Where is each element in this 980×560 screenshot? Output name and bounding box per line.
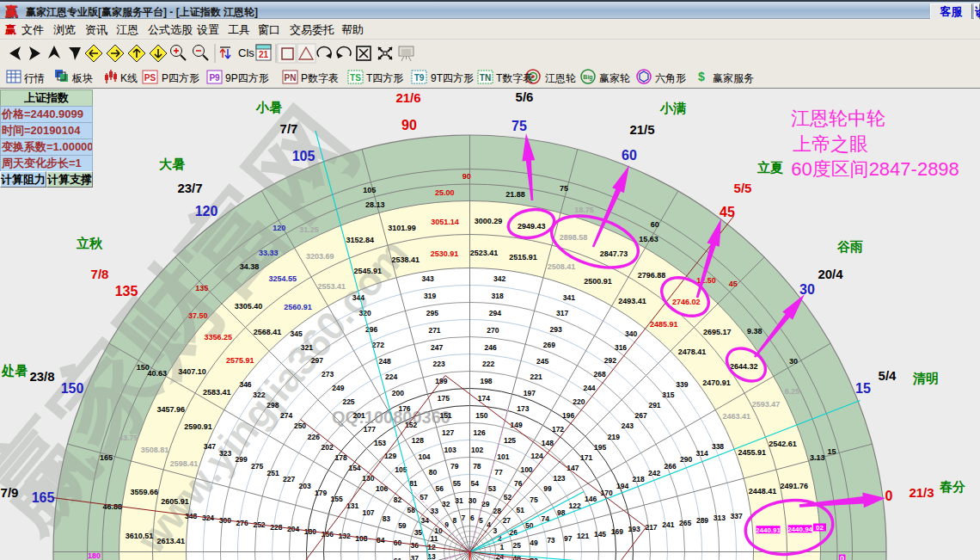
svg-text:60: 60 xyxy=(622,148,637,163)
svg-text:97: 97 xyxy=(564,534,573,543)
svg-text:90: 90 xyxy=(401,118,417,132)
svg-text:2598.41: 2598.41 xyxy=(170,459,199,468)
svg-text:290: 290 xyxy=(680,455,692,464)
svg-text:5/4: 5/4 xyxy=(879,368,897,383)
svg-text:40.63: 40.63 xyxy=(147,369,167,378)
svg-text:197: 197 xyxy=(524,389,536,397)
svg-text:8: 8 xyxy=(452,516,456,525)
svg-text:73: 73 xyxy=(547,536,555,545)
svg-text:274: 274 xyxy=(280,411,292,420)
svg-text:3559.66: 3559.66 xyxy=(131,488,159,496)
svg-text:223: 223 xyxy=(433,360,445,368)
svg-text:298: 298 xyxy=(266,401,279,409)
svg-text:15: 15 xyxy=(855,381,871,396)
svg-text:TS: TS xyxy=(350,73,361,83)
svg-text:148: 148 xyxy=(542,439,554,447)
svg-text:2530.91: 2530.91 xyxy=(431,249,459,258)
svg-text:6.25: 6.25 xyxy=(785,387,800,396)
svg-text:Cls: Cls xyxy=(238,46,254,59)
svg-text:2485.91: 2485.91 xyxy=(650,320,678,329)
svg-text:Big: Big xyxy=(583,74,592,81)
svg-text:221: 221 xyxy=(530,372,542,381)
svg-text:2440.91: 2440.91 xyxy=(756,526,781,534)
svg-text:2949.43: 2949.43 xyxy=(518,222,546,231)
svg-text:103: 103 xyxy=(444,446,456,454)
svg-text:PS: PS xyxy=(144,73,156,83)
svg-text:242: 242 xyxy=(648,469,660,477)
svg-text:77: 77 xyxy=(494,468,503,477)
svg-text:173: 173 xyxy=(517,404,529,413)
svg-text:2478.41: 2478.41 xyxy=(678,348,707,356)
svg-text:165: 165 xyxy=(32,490,55,505)
svg-text:248: 248 xyxy=(379,357,391,366)
svg-text:120: 120 xyxy=(273,224,285,232)
svg-text:9.38: 9.38 xyxy=(747,327,763,335)
svg-text:小暑: 小暑 xyxy=(255,100,282,114)
svg-text:318: 318 xyxy=(492,292,504,300)
svg-text:7/9: 7/9 xyxy=(1,485,19,500)
svg-text:清明: 清明 xyxy=(912,371,939,385)
svg-text:150: 150 xyxy=(137,363,150,372)
svg-text:QQ:100800360: QQ:100800360 xyxy=(332,408,450,427)
svg-text:2463.41: 2463.41 xyxy=(723,412,751,421)
svg-text:196: 196 xyxy=(562,411,574,420)
svg-text:6: 6 xyxy=(470,514,475,522)
svg-text:0: 0 xyxy=(840,554,844,560)
svg-text:104: 104 xyxy=(418,452,430,461)
svg-text:3254.55: 3254.55 xyxy=(268,274,297,283)
svg-text:21.88: 21.88 xyxy=(505,190,525,199)
svg-text:224: 224 xyxy=(385,372,397,381)
svg-text:294: 294 xyxy=(489,309,501,317)
svg-text:5/5: 5/5 xyxy=(734,181,752,195)
svg-text:2515.91: 2515.91 xyxy=(509,253,537,262)
svg-text:165: 165 xyxy=(100,453,113,462)
svg-text:149: 149 xyxy=(511,421,523,429)
svg-text:23/7: 23/7 xyxy=(177,181,202,195)
svg-text:60: 60 xyxy=(651,220,659,229)
svg-text:9: 9 xyxy=(444,520,449,529)
svg-text:3051.14: 3051.14 xyxy=(431,218,459,226)
svg-text:02: 02 xyxy=(816,524,824,532)
svg-text:2613.41: 2613.41 xyxy=(156,537,185,545)
svg-text:201: 201 xyxy=(353,411,365,420)
svg-text:147: 147 xyxy=(567,464,579,472)
svg-text:291: 291 xyxy=(648,401,660,409)
svg-text:2898.58: 2898.58 xyxy=(560,233,588,242)
svg-text:21: 21 xyxy=(259,50,269,59)
svg-text:2583.41: 2583.41 xyxy=(203,388,231,397)
svg-text:127: 127 xyxy=(442,428,454,437)
svg-text:193: 193 xyxy=(628,525,640,533)
svg-text:323: 323 xyxy=(219,449,231,458)
svg-text:78: 78 xyxy=(473,462,481,471)
svg-text:265: 265 xyxy=(679,519,691,527)
svg-text:150: 150 xyxy=(475,411,487,420)
svg-text:269: 269 xyxy=(543,341,555,349)
svg-text:227: 227 xyxy=(283,475,295,483)
svg-text:55: 55 xyxy=(453,479,462,488)
svg-text:31: 31 xyxy=(455,496,463,505)
svg-text:TN: TN xyxy=(480,73,491,83)
svg-text:340: 340 xyxy=(625,329,637,338)
svg-text:219: 219 xyxy=(608,433,620,441)
svg-text:2560.91: 2560.91 xyxy=(284,303,312,311)
svg-text:7/7: 7/7 xyxy=(280,121,298,136)
svg-text:179: 179 xyxy=(315,489,327,497)
svg-text:2593.47: 2593.47 xyxy=(752,400,781,409)
svg-text:225: 225 xyxy=(342,397,354,406)
svg-text:2695.17: 2695.17 xyxy=(703,328,732,336)
svg-text:3152.84: 3152.84 xyxy=(346,236,374,244)
svg-text:339: 339 xyxy=(676,380,688,389)
svg-text:267: 267 xyxy=(635,411,647,420)
svg-text:101: 101 xyxy=(497,452,509,461)
svg-text:341: 341 xyxy=(563,293,575,302)
svg-text:大暑: 大暑 xyxy=(159,157,185,171)
svg-text:337: 337 xyxy=(731,512,743,520)
svg-text:27: 27 xyxy=(503,516,511,525)
svg-text:2448.41: 2448.41 xyxy=(749,487,777,495)
svg-text:200: 200 xyxy=(392,389,404,397)
svg-text:处暑: 处暑 xyxy=(1,363,28,378)
svg-text:99: 99 xyxy=(543,484,552,493)
svg-text:2542.61: 2542.61 xyxy=(769,440,797,448)
svg-text:198: 198 xyxy=(480,377,492,385)
svg-text:2523.41: 2523.41 xyxy=(470,249,499,257)
